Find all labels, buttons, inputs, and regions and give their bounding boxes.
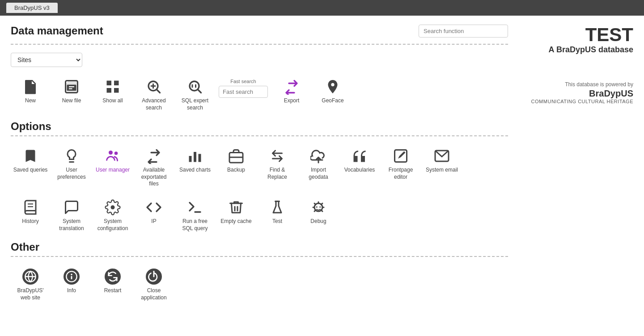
svg-point-15 xyxy=(114,151,118,155)
svg-rect-12 xyxy=(192,84,193,88)
svg-rect-4 xyxy=(107,88,112,93)
frontpage-editor-button[interactable]: Frontpage editor xyxy=(381,144,420,191)
user-preferences-label: User preferences xyxy=(54,167,89,181)
geoface-button[interactable]: GeoFace xyxy=(313,75,352,115)
svg-rect-17 xyxy=(194,152,196,162)
restart-label: Restart xyxy=(104,287,122,294)
globe-icon xyxy=(22,269,38,285)
sites-select[interactable]: Sites xyxy=(11,53,82,67)
top-bar: BraDypUS v3 xyxy=(0,0,644,16)
right-panel: TEST A BraDypUS database This database i… xyxy=(519,16,644,318)
saved-queries-button[interactable]: Saved queries xyxy=(11,144,50,191)
flask-icon xyxy=(269,199,285,215)
left-panel: Data management Sites New New file xyxy=(0,16,519,318)
other-icons: BraDypUS' web site Info Restart Close ap… xyxy=(11,265,508,305)
frontpage-editor-label: Frontpage editor xyxy=(383,167,419,181)
saved-charts-button[interactable]: Saved charts xyxy=(175,144,215,191)
find-replace-button[interactable]: Find & Replace xyxy=(258,144,297,191)
svg-line-11 xyxy=(198,90,201,93)
powered-tagline: COMMUNICATING CULTURAL HERITAGE xyxy=(530,99,633,104)
history-button[interactable]: History xyxy=(11,196,50,235)
grid-icon xyxy=(105,79,121,95)
fast-search-container: Fast search xyxy=(216,75,270,115)
users-icon xyxy=(105,148,121,164)
data-management-section: Data management Sites New New file xyxy=(11,25,508,115)
system-configuration-button[interactable]: System configuration xyxy=(93,196,132,235)
app-tab[interactable]: BraDypUS v3 xyxy=(6,3,58,13)
user-preferences-button[interactable]: User preferences xyxy=(52,144,91,191)
new-file-icon xyxy=(64,79,80,95)
available-exportated-files-label: Available exportated files xyxy=(136,167,172,188)
saved-charts-label: Saved charts xyxy=(179,167,211,174)
new-label: New xyxy=(25,97,36,105)
debug-button[interactable]: Debug xyxy=(299,196,338,235)
svg-point-14 xyxy=(109,151,113,155)
options-icons-row2: History System translation System config… xyxy=(11,196,508,235)
brand-title: TEST xyxy=(530,25,633,45)
options-section: Options Saved queries User preferences U xyxy=(11,120,508,235)
bradypus-website-label: BraDypUS' web site xyxy=(13,287,48,301)
vocabularies-button[interactable]: Vocabularies xyxy=(340,144,379,191)
options-icons-row1: Saved queries User preferences User mana… xyxy=(11,144,508,191)
system-translation-button[interactable]: System translation xyxy=(52,196,91,235)
svg-rect-13 xyxy=(195,84,196,88)
saved-queries-label: Saved queries xyxy=(13,167,48,174)
close-application-button[interactable]: Close application xyxy=(134,265,174,305)
sql-expert-search-label: SQL expert search xyxy=(177,97,213,111)
svg-rect-5 xyxy=(114,88,119,93)
data-management-divider xyxy=(11,44,508,45)
new-file-button[interactable]: New file xyxy=(52,75,91,115)
restart-button[interactable]: Restart xyxy=(93,265,132,305)
cloud-upload-icon xyxy=(310,148,326,164)
shuffle-small-icon xyxy=(146,148,162,164)
ip-button[interactable]: IP xyxy=(134,196,174,235)
test-label: Test xyxy=(272,218,282,225)
geoface-label: GeoFace xyxy=(322,97,343,105)
main-container: Data management Sites New New file xyxy=(0,16,644,318)
advanced-search-icon xyxy=(146,79,162,95)
bradypus-website-button[interactable]: BraDypUS' web site xyxy=(11,265,50,305)
svg-point-27 xyxy=(319,206,321,208)
system-email-button[interactable]: System email xyxy=(422,144,462,191)
geoface-icon xyxy=(325,79,341,95)
import-geodata-label: Import geodata xyxy=(301,167,336,181)
export-button[interactable]: Export xyxy=(272,75,311,115)
user-manager-button[interactable]: User manager xyxy=(93,144,132,191)
briefcase-icon xyxy=(228,148,244,164)
sql-expert-search-button[interactable]: SQL expert search xyxy=(175,75,215,115)
empty-cache-button[interactable]: Empty cache xyxy=(216,196,256,235)
chat-icon xyxy=(64,199,80,215)
user-manager-label: User manager xyxy=(96,167,130,174)
advanced-search-button[interactable]: Advanced search xyxy=(134,75,174,115)
envelope-icon xyxy=(434,148,450,164)
book-icon xyxy=(22,199,38,215)
advanced-search-label: Advanced search xyxy=(136,97,172,111)
powered-name: BraDypUS xyxy=(530,88,633,99)
data-management-title: Data management xyxy=(11,25,103,37)
svg-rect-2 xyxy=(107,81,112,86)
fast-search-input[interactable] xyxy=(219,86,268,98)
run-free-sql-button[interactable]: Run a free SQL query xyxy=(175,196,215,235)
info-button[interactable]: Info xyxy=(52,265,91,305)
show-all-label: Show all xyxy=(102,97,123,105)
find-replace-label: Find & Replace xyxy=(259,167,295,181)
svg-rect-18 xyxy=(199,154,201,162)
options-title: Options xyxy=(11,120,508,133)
test-button[interactable]: Test xyxy=(258,196,297,235)
close-application-label: Close application xyxy=(136,287,172,301)
powered-by-label: This database is powered by xyxy=(530,81,633,88)
info-label: Info xyxy=(67,287,76,294)
vocabularies-label: Vocabularies xyxy=(344,167,375,174)
bug-icon xyxy=(310,199,326,215)
show-all-button[interactable]: Show all xyxy=(93,75,132,115)
export-label: Export xyxy=(284,97,300,105)
svg-point-26 xyxy=(316,206,318,208)
export-shuffle-icon xyxy=(284,79,300,95)
import-geodata-button[interactable]: Import geodata xyxy=(299,144,338,191)
run-free-sql-label: Run a free SQL query xyxy=(177,218,213,232)
new-button[interactable]: New xyxy=(11,75,50,115)
other-divider xyxy=(11,256,508,257)
backup-button[interactable]: Backup xyxy=(216,144,256,191)
available-exportated-files-button[interactable]: Available exportated files xyxy=(134,144,174,191)
search-function-input[interactable] xyxy=(419,25,508,38)
